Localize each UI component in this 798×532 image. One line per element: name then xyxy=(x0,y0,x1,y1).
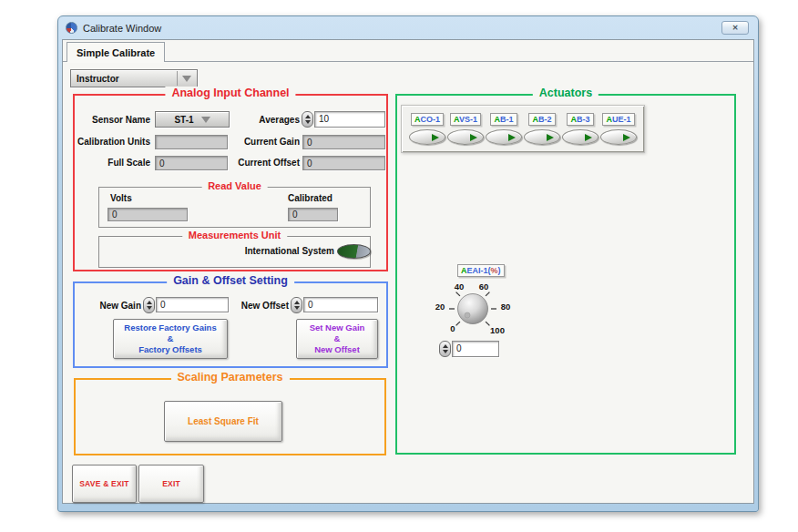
international-system-label: International System xyxy=(154,246,334,256)
full-scale-label: Full Scale xyxy=(67,158,150,168)
knob-tick-100: 100 xyxy=(490,325,505,335)
play-icon xyxy=(623,134,630,141)
decrement-icon[interactable] xyxy=(443,350,448,353)
knob-tick-40: 40 xyxy=(455,281,465,292)
increment-icon[interactable] xyxy=(294,301,300,304)
increment-icon[interactable] xyxy=(147,301,152,304)
new-offset-label: New Offset xyxy=(225,301,289,311)
gain-offset-title: Gain & Offset Setting xyxy=(167,274,294,287)
read-value-title: Read Value xyxy=(201,180,268,191)
close-button[interactable]: ✕ xyxy=(721,21,749,35)
knob-value-spinner[interactable] xyxy=(439,341,451,357)
analog-input-channel-title: Analog Input Channel xyxy=(165,87,295,99)
knob-tick-80: 80 xyxy=(501,302,511,312)
actuator-label: AUE-1 xyxy=(602,113,634,126)
averages-field[interactable]: 10 xyxy=(314,111,385,128)
actuator-button[interactable] xyxy=(409,129,445,145)
play-icon xyxy=(432,134,439,141)
play-icon xyxy=(585,134,592,141)
play-icon xyxy=(470,134,477,141)
actuator-button[interactable] xyxy=(486,129,522,145)
calibration-units-field xyxy=(155,135,228,149)
actuator-button[interactable] xyxy=(524,129,560,145)
measurements-unit-group: Measurements Unit International System xyxy=(98,236,371,268)
knob-dial[interactable] xyxy=(423,272,523,350)
actuator-item: AB-3 xyxy=(562,113,598,145)
new-gain-field[interactable]: 0 xyxy=(156,297,229,312)
decrement-icon[interactable] xyxy=(294,306,300,310)
exit-button[interactable]: EXIT xyxy=(138,465,204,503)
calibrate-window: Calibrate Window ✕ Simple Calibrate Inst… xyxy=(57,15,759,512)
actuator-item: AB-2 xyxy=(524,113,560,145)
play-icon xyxy=(547,134,554,141)
increment-icon[interactable] xyxy=(443,344,448,348)
actuator-button-panel: ACO-1 AVS-1 AB-1 AB-2 AB-3 xyxy=(401,105,645,153)
actuator-button[interactable] xyxy=(562,129,598,145)
window-client-area: Simple Calibrate Instructor Analog Input… xyxy=(62,39,754,504)
volts-label: Volts xyxy=(110,193,132,203)
window-title: Calibrate Window xyxy=(83,23,161,34)
measurement-unit-toggle[interactable] xyxy=(337,244,371,259)
actuator-button[interactable] xyxy=(600,129,637,145)
knob-value-field[interactable]: 0 xyxy=(452,341,499,357)
sensor-name-label: Sensor Name xyxy=(77,115,150,125)
new-offset-field[interactable]: 0 xyxy=(303,297,378,312)
actuator-label: AB-2 xyxy=(528,113,555,126)
app-icon xyxy=(66,22,77,34)
title-bar[interactable]: Calibrate Window ✕ xyxy=(58,16,758,39)
full-scale-field: 0 xyxy=(155,156,228,170)
current-gain-label: Current Gain xyxy=(227,137,300,147)
actuator-label: ACO-1 xyxy=(411,113,444,126)
actuator-label: AVS-1 xyxy=(450,113,481,126)
new-gain-label: New Gain xyxy=(77,301,141,311)
close-icon: ✕ xyxy=(732,24,739,32)
actuator-item: AUE-1 xyxy=(600,113,637,145)
actuator-button[interactable] xyxy=(447,129,484,145)
new-offset-spinner[interactable] xyxy=(291,297,302,313)
knob-tick-60: 60 xyxy=(479,281,489,292)
current-offset-field: 0 xyxy=(302,156,385,170)
tab-simple-calibrate[interactable]: Simple Calibrate xyxy=(66,42,165,62)
knob-tick-20: 20 xyxy=(435,302,445,312)
current-offset-label: Current Offset xyxy=(227,158,300,168)
chevron-down-icon xyxy=(201,117,210,123)
scaling-parameters-title: Scaling Parameters xyxy=(170,371,289,384)
chevron-down-icon xyxy=(182,76,191,82)
restore-factory-button[interactable]: Restore Factory Gains & Factory Offsets xyxy=(113,319,228,359)
calibrated-field: 0 xyxy=(288,208,338,221)
sensor-name-value: ST-1 xyxy=(174,115,193,125)
actuator-item: AVS-1 xyxy=(447,113,484,145)
instructor-dropdown[interactable]: Instructor xyxy=(70,69,198,87)
decrement-icon[interactable] xyxy=(147,306,152,310)
actuator-label: AB-3 xyxy=(567,113,593,126)
calibrated-label: Calibrated xyxy=(288,193,332,203)
new-gain-spinner[interactable] xyxy=(143,297,155,313)
main-pane: Simple Calibrate Instructor Analog Input… xyxy=(63,40,753,503)
actuator-item: ACO-1 xyxy=(409,113,445,145)
increment-icon[interactable] xyxy=(305,115,311,118)
decrement-icon[interactable] xyxy=(305,120,311,124)
averages-spinner[interactable] xyxy=(302,111,313,128)
dropdown-divider xyxy=(177,71,178,86)
actuator-label: AB-1 xyxy=(490,113,517,126)
tab-label: Simple Calibrate xyxy=(77,47,155,58)
sensor-name-dropdown[interactable]: ST-1 xyxy=(155,111,230,128)
save-exit-button[interactable]: SAVE & EXIT xyxy=(72,465,137,503)
measurements-unit-title: Measurements Unit xyxy=(182,230,287,240)
read-value-group: Read Value Volts Calibrated 0 0 xyxy=(98,187,371,228)
calibration-units-label: Calibration Units xyxy=(67,137,150,147)
current-gain-field: 0 xyxy=(302,135,385,149)
volts-field: 0 xyxy=(107,208,188,221)
least-square-fit-button[interactable]: Least Square Fit xyxy=(164,401,282,442)
averages-label: Averages xyxy=(227,115,300,125)
tab-bar: Simple Calibrate xyxy=(63,40,753,62)
instructor-value: Instructor xyxy=(77,74,177,84)
knob-tick-0: 0 xyxy=(450,323,455,333)
actuator-item: AB-1 xyxy=(486,113,522,145)
actuators-title: Actuators xyxy=(533,87,598,99)
set-new-gain-offset-button[interactable]: Set New Gain & New Offset xyxy=(296,319,378,359)
play-icon xyxy=(508,134,516,141)
